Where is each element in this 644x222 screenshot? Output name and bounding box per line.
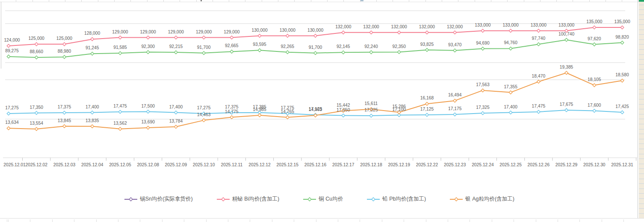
svg-text:2025.12.01: 2025.12.01 (3, 162, 26, 167)
legend-item-series-2[interactable]: 铜 Cu均价 (303, 195, 343, 203)
svg-text:2025.12.30: 2025.12.30 (583, 162, 606, 167)
svg-text:17,400: 17,400 (86, 105, 99, 109)
metal-price-line-chart[interactable]: 124,000125,000125,000128,000129,000129,0… (0, 0, 639, 222)
svg-text:13,562: 13,562 (113, 121, 127, 126)
legend-marker-icon (124, 197, 137, 202)
svg-text:2025.12.18: 2025.12.18 (360, 162, 382, 167)
svg-text:17,475: 17,475 (532, 104, 546, 108)
svg-text:13,554: 13,554 (30, 121, 43, 126)
svg-text:2025.12.05: 2025.12.05 (109, 162, 131, 167)
svg-text:130,000: 130,000 (251, 28, 267, 33)
legend-label: 铜 Cu均价 (319, 195, 343, 203)
svg-text:17,475: 17,475 (113, 104, 127, 108)
svg-text:129,000: 129,000 (224, 30, 239, 34)
svg-text:18,580: 18,580 (615, 72, 629, 77)
svg-text:2025.12.29: 2025.12.29 (555, 162, 578, 167)
svg-text:17,675: 17,675 (560, 102, 573, 107)
svg-text:135,000: 135,000 (586, 19, 602, 24)
svg-text:17,400: 17,400 (169, 105, 183, 109)
legend-item-series-1[interactable]: 精铋 Bi均价(含加工) (217, 195, 279, 203)
svg-text:92,265: 92,265 (281, 44, 295, 49)
svg-text:2025.12.25: 2025.12.25 (499, 162, 522, 167)
svg-text:17,325: 17,325 (476, 105, 490, 110)
svg-text:17,275: 17,275 (5, 105, 19, 110)
svg-text:17,500: 17,500 (141, 104, 155, 108)
svg-text:92,145: 92,145 (337, 44, 350, 49)
sheet-bottom-row (0, 218, 644, 222)
svg-text:130,000: 130,000 (280, 28, 295, 33)
svg-text:92,350: 92,350 (392, 44, 406, 49)
svg-text:92,665: 92,665 (225, 43, 239, 48)
svg-text:97,620: 97,620 (588, 36, 601, 41)
svg-text:17,125: 17,125 (420, 107, 434, 111)
svg-text:2025.12.08: 2025.12.08 (137, 162, 159, 167)
svg-text:100,740: 100,740 (558, 32, 574, 36)
svg-text:17,600: 17,600 (588, 103, 601, 108)
svg-text:17,025: 17,025 (364, 108, 378, 112)
svg-text:17,425: 17,425 (615, 104, 629, 109)
svg-text:17,175: 17,175 (448, 106, 462, 111)
green-selected-cell (639, 0, 644, 2)
svg-text:93,595: 93,595 (253, 42, 266, 47)
legend-item-series-4[interactable]: 银 Ag粒均价(含加工) (450, 195, 514, 203)
svg-text:17,400: 17,400 (504, 105, 517, 109)
svg-text:15,442: 15,442 (337, 103, 350, 108)
svg-text:2025.12.11: 2025.12.11 (221, 162, 242, 167)
cell-column-borders (0, 219, 639, 222)
svg-text:17,275: 17,275 (197, 105, 211, 110)
svg-text:2025.12.22: 2025.12.22 (416, 162, 438, 167)
excel-sheet-view: 124,000125,000125,000128,000129,000129,0… (0, 0, 644, 222)
svg-text:2025.12.26: 2025.12.26 (528, 162, 550, 167)
sheet-cells-right-strip (639, 0, 644, 222)
svg-text:132,000: 132,000 (363, 24, 379, 29)
svg-text:91,245: 91,245 (86, 45, 99, 50)
svg-text:132,000: 132,000 (447, 24, 463, 29)
svg-text:15,286: 15,286 (392, 104, 406, 109)
svg-text:2025.12.16: 2025.12.16 (304, 162, 327, 167)
svg-text:14,775: 14,775 (225, 109, 239, 114)
svg-text:133,000: 133,000 (475, 23, 490, 27)
svg-text:15,611: 15,611 (365, 101, 378, 106)
svg-text:17,350: 17,350 (30, 105, 43, 110)
svg-text:2025.12.15: 2025.12.15 (277, 162, 299, 167)
svg-text:92,300: 92,300 (141, 44, 155, 49)
svg-text:14,463: 14,463 (197, 112, 211, 117)
svg-text:94,690: 94,690 (476, 41, 490, 45)
svg-text:2025.12.03: 2025.12.03 (53, 162, 76, 167)
svg-text:88,660: 88,660 (30, 49, 43, 54)
svg-text:129,000: 129,000 (112, 30, 128, 34)
svg-text:91,700: 91,700 (197, 45, 211, 50)
svg-text:128,000: 128,000 (84, 31, 100, 36)
svg-text:133,000: 133,000 (503, 23, 519, 27)
svg-text:92,240: 92,240 (364, 44, 378, 49)
svg-text:91,700: 91,700 (309, 45, 322, 50)
svg-text:17,563: 17,563 (476, 82, 490, 87)
svg-text:125,000: 125,000 (29, 36, 44, 41)
legend-item-series-0[interactable]: 锡Sn均价(实际拿货价) (124, 195, 193, 203)
svg-text:14,765: 14,765 (281, 109, 295, 114)
svg-text:133,000: 133,000 (531, 23, 547, 27)
svg-text:18,470: 18,470 (532, 74, 546, 78)
legend-label: 铅 Pb均价(含加工) (382, 195, 426, 203)
svg-text:98,820: 98,820 (615, 35, 629, 39)
svg-text:13,690: 13,690 (141, 120, 155, 124)
svg-text:91,585: 91,585 (113, 45, 127, 50)
svg-text:135,000: 135,000 (614, 19, 630, 24)
chart-legend: 锡Sn均价(实际拿货价) 精铋 Bi均价(含加工) 铜 Cu均价 铅 Pb均价(… (0, 195, 639, 203)
legend-marker-icon (367, 197, 380, 202)
svg-text:16,168: 16,168 (420, 96, 434, 100)
svg-text:2025.12.23: 2025.12.23 (444, 162, 466, 167)
chart-left-border (1, 2, 1, 69)
svg-text:124,000: 124,000 (4, 38, 20, 42)
svg-text:129,000: 129,000 (140, 30, 156, 34)
svg-text:2025.12.17: 2025.12.17 (332, 162, 354, 167)
svg-text:2025.12.24: 2025.12.24 (472, 162, 494, 167)
legend-marker-icon (217, 197, 230, 202)
svg-text:2025.12.09: 2025.12.09 (165, 162, 187, 167)
svg-text:130,000: 130,000 (307, 28, 323, 33)
svg-text:2025.12.02: 2025.12.02 (25, 162, 47, 167)
svg-text:93,470: 93,470 (448, 42, 462, 47)
svg-text:93,825: 93,825 (420, 42, 434, 47)
svg-text:94,760: 94,760 (504, 40, 517, 45)
legend-item-series-3[interactable]: 铅 Pb均价(含加工) (367, 195, 426, 203)
